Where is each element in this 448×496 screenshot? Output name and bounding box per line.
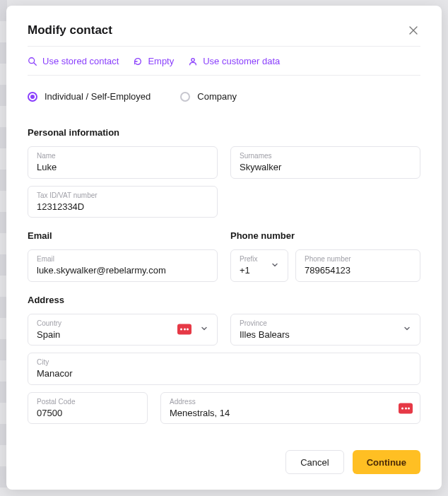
name-field[interactable]: Name Luke — [28, 146, 218, 179]
chevron-down-icon — [271, 259, 279, 272]
province-label: Province — [240, 319, 394, 328]
action-links: Use stored contact Empty Use customer da… — [28, 47, 420, 75]
radio-individual-label: Individual / Self-Employed — [45, 91, 151, 102]
refresh-icon — [133, 57, 143, 66]
radio-icon — [28, 92, 37, 102]
radio-individual[interactable]: Individual / Self-Employed — [28, 91, 151, 102]
modal-title: Modify contact — [28, 23, 112, 37]
radio-icon — [180, 92, 190, 102]
cancel-label: Cancel — [300, 457, 329, 468]
cancel-button[interactable]: Cancel — [285, 450, 343, 474]
svg-point-1 — [191, 58, 194, 61]
use-stored-contact-label: Use stored contact — [42, 56, 119, 66]
chevron-down-icon — [200, 323, 208, 336]
province-field[interactable]: Province Illes Balears — [230, 314, 420, 346]
phone-number-label: Phone number — [305, 255, 411, 264]
personal-info-heading: Personal information — [28, 127, 420, 138]
city-label: City — [37, 358, 411, 367]
address-heading: Address — [28, 295, 420, 305]
prefix-field[interactable]: Prefix +1 — [230, 249, 288, 282]
prefix-label: Prefix — [240, 255, 262, 264]
postal-code-value: 07500 — [37, 407, 138, 420]
use-customer-data-label: Use customer data — [203, 56, 280, 66]
email-label: Email — [37, 255, 208, 264]
name-value: Luke — [37, 161, 208, 174]
postal-code-field[interactable]: Postal Code 07500 — [28, 392, 148, 425]
empty-label: Empty — [148, 56, 174, 66]
tax-id-field[interactable]: Tax ID/VAT number 12312334D — [28, 186, 218, 218]
modal-header: Modify contact — [28, 23, 420, 37]
tax-id-value: 12312334D — [37, 201, 208, 213]
country-label: Country — [37, 319, 191, 328]
modify-contact-modal: Modify contact Use stored contact Empty — [6, 6, 442, 490]
use-stored-contact-link[interactable]: Use stored contact — [28, 56, 119, 66]
flag-icon — [177, 324, 191, 335]
email-value: luke.skywalker@rebelarmy.com — [37, 264, 208, 277]
province-value: Illes Balears — [240, 329, 394, 341]
address-value: Menestrals, 14 — [170, 407, 411, 420]
contact-type-radios: Individual / Self-Employed Company — [28, 76, 420, 114]
continue-label: Continue — [367, 457, 406, 468]
radio-company-label: Company — [197, 91, 237, 102]
close-icon[interactable] — [406, 23, 420, 37]
radio-company[interactable]: Company — [180, 91, 237, 102]
address-field[interactable]: Address Menestrals, 14 — [160, 392, 420, 425]
country-value: Spain — [37, 329, 191, 341]
empty-link[interactable]: Empty — [133, 56, 174, 66]
surnames-field[interactable]: Surnames Skywalker — [230, 146, 420, 179]
postal-code-label: Postal Code — [37, 398, 138, 406]
continue-button[interactable]: Continue — [353, 450, 420, 474]
use-customer-data-link[interactable]: Use customer data — [188, 56, 280, 66]
name-label: Name — [37, 152, 208, 160]
country-field[interactable]: Country Spain — [28, 314, 218, 346]
city-field[interactable]: City Manacor — [28, 353, 420, 385]
surnames-label: Surnames — [240, 152, 411, 160]
email-heading: Email — [28, 230, 218, 241]
phone-heading: Phone number — [230, 230, 420, 241]
address-label: Address — [170, 398, 411, 406]
tax-id-label: Tax ID/VAT number — [37, 191, 208, 200]
prefix-value: +1 — [240, 264, 262, 277]
chevron-down-icon — [403, 323, 411, 336]
phone-number-field[interactable]: Phone number 789654123 — [295, 249, 420, 282]
phone-number-value: 789654123 — [305, 264, 411, 277]
surnames-value: Skywalker — [240, 161, 411, 174]
user-icon — [188, 57, 198, 66]
search-icon — [28, 57, 37, 66]
city-value: Manacor — [37, 367, 411, 380]
flag-icon — [399, 403, 413, 413]
email-field[interactable]: Email luke.skywalker@rebelarmy.com — [28, 249, 218, 282]
modal-footer: Cancel Continue — [28, 437, 420, 474]
